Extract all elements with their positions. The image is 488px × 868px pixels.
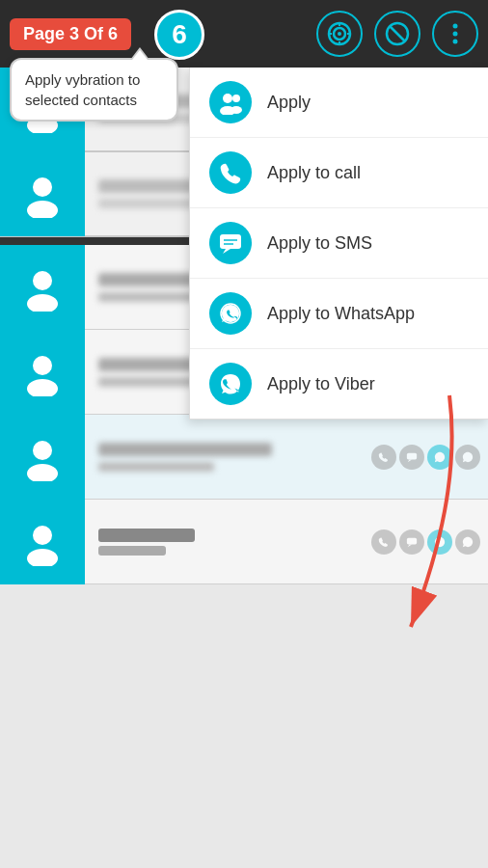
- contact-phone: [98, 462, 214, 472]
- contact-row: [0, 500, 488, 584]
- svg-point-28: [27, 379, 58, 396]
- viber-icon: [209, 363, 252, 405]
- action-icons: [371, 445, 488, 470]
- svg-point-29: [33, 441, 52, 460]
- svg-point-26: [27, 294, 58, 312]
- target-button[interactable]: [316, 11, 363, 57]
- menu-item-viber[interactable]: Apply to Viber: [190, 349, 488, 419]
- avatar: [0, 330, 85, 415]
- sms-icon: [209, 222, 252, 264]
- viber-action-icon: [455, 529, 480, 555]
- contact-phone: [98, 546, 166, 556]
- svg-point-15: [27, 201, 58, 218]
- svg-marker-32: [408, 459, 412, 462]
- avatar: [0, 245, 85, 330]
- contact-info: [85, 433, 371, 481]
- tooltip-text: Apply vybration to selected contacts: [25, 71, 140, 108]
- contact-name: [98, 443, 272, 456]
- svg-point-27: [33, 356, 52, 375]
- menu-item-apply[interactable]: Apply: [190, 68, 488, 138]
- svg-point-33: [33, 526, 52, 545]
- svg-rect-31: [407, 452, 417, 459]
- contact-info: [85, 519, 371, 565]
- svg-point-18: [232, 95, 240, 102]
- contact-name: [98, 529, 195, 542]
- number-bubble: 6: [154, 10, 204, 60]
- menu-item-whatsapp-label: Apply to WhatsApp: [267, 304, 415, 324]
- svg-point-30: [27, 464, 58, 481]
- whatsapp-icon: [209, 292, 252, 335]
- svg-marker-36: [408, 544, 412, 547]
- viber-action-icon: [455, 445, 480, 470]
- avatar: [0, 151, 85, 236]
- svg-point-34: [27, 549, 58, 566]
- svg-marker-21: [223, 249, 230, 254]
- svg-point-19: [230, 106, 242, 114]
- menu-item-call-label: Apply to call: [267, 163, 361, 183]
- menu-item-apply-label: Apply: [267, 93, 311, 113]
- svg-point-25: [33, 271, 52, 290]
- action-icons: [371, 529, 488, 555]
- svg-rect-20: [220, 234, 241, 249]
- svg-point-11: [453, 40, 458, 44]
- contact-row-highlighted: [0, 415, 488, 500]
- block-button[interactable]: [374, 11, 420, 57]
- call-action-icon: [371, 529, 396, 555]
- call-action-icon: [371, 445, 396, 470]
- more-options-button[interactable]: [432, 11, 478, 57]
- avatar: [0, 500, 85, 584]
- svg-point-16: [223, 94, 232, 103]
- dropdown-menu: Apply Apply to call Apply to SMS: [189, 68, 488, 420]
- menu-item-viber-label: Apply to Viber: [267, 374, 375, 394]
- call-icon: [209, 151, 252, 194]
- svg-point-14: [33, 177, 52, 197]
- svg-point-10: [453, 32, 458, 37]
- svg-point-2: [338, 32, 341, 36]
- menu-item-whatsapp[interactable]: Apply to WhatsApp: [190, 279, 488, 349]
- menu-item-sms-label: Apply to SMS: [267, 233, 372, 254]
- apply-icon: [209, 81, 252, 123]
- svg-point-9: [453, 24, 458, 29]
- whatsapp-action-icon: [427, 529, 452, 555]
- whatsapp-action-icon: [427, 445, 452, 470]
- avatar: [0, 415, 85, 500]
- menu-item-sms[interactable]: Apply to SMS: [190, 208, 488, 279]
- svg-line-8: [390, 26, 405, 41]
- svg-rect-35: [407, 537, 417, 544]
- menu-item-call[interactable]: Apply to call: [190, 138, 488, 208]
- sms-action-icon: [399, 445, 424, 470]
- tooltip-bubble: Apply vybration to selected contacts: [10, 58, 178, 122]
- sms-action-icon: [399, 529, 424, 555]
- top-icons: [316, 11, 478, 57]
- page-badge: Page 3 Of 6: [10, 18, 131, 50]
